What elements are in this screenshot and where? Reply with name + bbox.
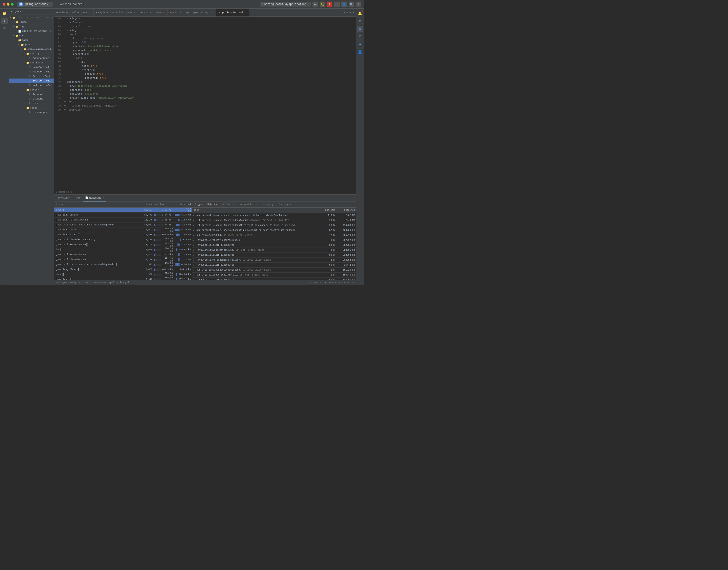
sidebar-item[interactable]: © Account (9, 92, 54, 96)
git-icon[interactable]: ↕ (1, 18, 8, 24)
editor-tab[interactable]: application.yml × (216, 9, 250, 16)
sidebar-item[interactable]: ▾ 📁 java (9, 42, 54, 47)
bottom-tab[interactable]: 📄heapdump× (83, 195, 106, 202)
sidebar-item[interactable]: ▾ 📁 SpringBootStudy ~/Desktop/CS/JavaEE/… (9, 15, 54, 20)
settings-button[interactable]: ⚙ (356, 2, 361, 7)
bottom-tab[interactable]: Profiler (56, 195, 72, 202)
row-arrow[interactable]: ▶ (192, 214, 196, 217)
plugins-icon[interactable]: ⊞ (1, 25, 8, 31)
search-button[interactable]: 🔍 (349, 2, 354, 7)
tab-close-icon[interactable]: × (162, 11, 165, 14)
sidebar-item[interactable]: © PageController (9, 69, 54, 74)
row-arrow[interactable]: ▶ (192, 274, 196, 276)
row-arrow[interactable]: ▶ (192, 224, 196, 227)
right-row[interactable]: ▶ java.time.zone.ZoneRulesProvider, GC R… (192, 258, 356, 263)
sidebar-item[interactable]: © UserMapper (9, 110, 54, 114)
sidebar-item[interactable]: © SwaggerConfiguration (9, 56, 54, 60)
right-row[interactable]: ▶ java.util.zip.ZipFile$Source 80 B 232.… (192, 243, 356, 248)
right-row[interactable]: ▶ sun.util.locale.BaseLocale$Cache, GC R… (192, 268, 356, 273)
sidebar-item[interactable]: © ValidationController (9, 83, 54, 87)
version-control[interactable]: Version control ▾ (60, 2, 86, 6)
run-button[interactable]: ▶ (313, 2, 318, 7)
panel-menu-icon[interactable]: ⋮ (348, 197, 351, 200)
profiler-row[interactable]: java.util.concurrent.ConcurrentHashMap$N… (54, 223, 192, 228)
right-row[interactable]: ▶ java.lang.invoke.MethodType, GC Root: … (192, 248, 356, 253)
sidebar-item[interactable]: © TestController (9, 78, 54, 83)
profiler-row[interactable]: java.lang.Object[] 14,438 806.9 kb 3.65 … (54, 232, 192, 237)
row-arrow[interactable]: ▶ (192, 254, 196, 256)
tab-split-icon[interactable]: ⊞ 1 ∧ ∨ (344, 11, 354, 14)
m-icon[interactable]: m (357, 33, 363, 40)
notifications-icon[interactable]: 🔔 (357, 10, 363, 17)
more-button[interactable]: ⋮ (334, 2, 340, 7)
tab-close-icon[interactable]: × (211, 11, 214, 14)
right-row[interactable]: ▶ org.springframework.beans.factory.supp… (192, 213, 356, 218)
col-class[interactable]: Class (54, 203, 140, 206)
profiler-row[interactable]: java.util.concurrent.ConcurrentHashMap$N… (54, 262, 192, 267)
right-tab[interactable]: Summary (260, 202, 276, 207)
profiler-row[interactable]: java.util.LinkedHashMap$Entry 17,129 685… (54, 237, 192, 242)
sidebar-item[interactable]: ▾ 📁 .idea (9, 20, 54, 24)
editor-tab[interactable]: MainController.java × (54, 9, 94, 16)
close-button[interactable] (3, 3, 5, 6)
bottom-tab-close[interactable]: × (103, 197, 104, 199)
sidebar-item[interactable]: ▾ 📁 entity (9, 87, 54, 92)
row-arrow[interactable]: ▶ (192, 269, 196, 271)
sidebar-item[interactable]: ▾ 📁 main (9, 38, 54, 42)
tab-close-icon[interactable]: × (244, 11, 247, 14)
right-row[interactable]: ▶ sun.nio.cs.GB18030, GC Root: Sticky cl… (192, 233, 356, 238)
bottom-tab[interactable]: Home (72, 195, 83, 202)
right-tab[interactable]: Packages (276, 202, 294, 207)
profiler-row[interactable]: byte[] 89,687 8.98 MB 8.02 MB (54, 208, 192, 213)
sidebar-item[interactable]: ▾ 📁 com.example.springbootstudy (9, 47, 54, 51)
row-arrow[interactable]: ▶ (192, 244, 196, 246)
profiler-row[interactable]: java.lang.reflect.Method 21,146 1.86 MB … (54, 218, 192, 223)
sidebar-dropdown[interactable]: ▾ (22, 10, 24, 13)
code-content[interactable]: springdoc: apl-docs: enabled: true sprin… (62, 17, 356, 190)
profiler-row[interactable]: char[] 358 326.38 kb 326.04 kb (54, 272, 192, 277)
run-config[interactable]: ⚙ SpringBootStudyApplication ▾ (260, 2, 311, 7)
editor-tab[interactable]: pom.xml (SpringBootStudy) × (168, 9, 216, 16)
profiler-row[interactable]: java.lang.String 80,772 1.94 MB 5.76 MB (54, 213, 192, 218)
profiler-row[interactable]: java.lang.Class[] 20,467 468.3 kb 284.3 … (54, 267, 192, 272)
row-arrow[interactable]: ▶ (192, 229, 196, 232)
profiler-row[interactable]: java.lang.Class 12,991 935.35 kb 5.79 MB (54, 228, 192, 232)
sidebar-item[interactable]: 📄 2024-06-12-spring-0.log (9, 29, 54, 33)
col-shallow[interactable]: Shallow ▼ (153, 203, 174, 206)
sidebar-item[interactable]: © MainController (9, 65, 54, 69)
right-row[interactable]: ▶ java.util.zip.ZipFile$Source 80 B 213.… (192, 253, 356, 258)
row-arrow[interactable]: ▶ (192, 219, 196, 222)
maximize-button[interactable] (11, 3, 14, 6)
app-selector[interactable]: SB SpringBootStudy ▾ (17, 2, 53, 7)
right-row[interactable]: ▶ jdk.internal.loader.ClassLoaders$Platf… (192, 223, 356, 228)
breadcrumb-part[interactable]: SpringBootStudy (56, 281, 76, 284)
profiler-row[interactable]: java.lang.Object 17,948 287.17 kb 287.12… (54, 277, 192, 280)
person-icon[interactable]: 👤 (357, 49, 363, 55)
profiler-row[interactable]: java.util.LinkedHashMap 8,789 492.18 kb … (54, 257, 192, 262)
breadcrumb-part[interactable]: application.yml (109, 281, 129, 284)
right-row[interactable]: ▶ java.util.zip.ZipFile$Source 80 B 154.… (192, 263, 356, 268)
right-row[interactable]: ▶ java.util.zip.ZipFile$Source 80 B 145.… (192, 278, 356, 280)
sidebar-item[interactable]: ▾ 📁 log (9, 24, 54, 29)
profiler-row[interactable]: int[] 7,049 674.39 kb 669.88 kb (54, 247, 192, 252)
debug-button[interactable]: 🐛 (320, 2, 325, 7)
account-button[interactable]: 👤 (341, 2, 347, 7)
editor-tab[interactable]: RegisterController.java × (94, 9, 139, 16)
right-tab[interactable]: Biggest Objects (192, 202, 220, 207)
right-tab[interactable]: GC Roots (220, 202, 237, 207)
tab-close-icon[interactable]: × (88, 11, 91, 14)
more-tools-icon[interactable]: ⋯ (1, 277, 8, 283)
row-arrow[interactable]: ▶ (192, 249, 196, 251)
right-tab[interactable]: Merged Paths (237, 202, 260, 207)
breadcrumb-part[interactable]: resources (94, 281, 106, 284)
col-retained[interactable]: Retained (174, 203, 192, 206)
layers-icon[interactable]: ⊟ (357, 18, 363, 24)
breadcrumb-part[interactable]: src (79, 281, 83, 284)
row-arrow[interactable]: ▶ (192, 234, 196, 237)
col-count[interactable]: Count (140, 203, 153, 206)
sidebar-item[interactable]: ▾ 📁 src (9, 33, 54, 38)
right-row[interactable]: ▶ java.util.PropertyResourceBundle 40 B … (192, 238, 356, 243)
editor[interactable]: 1617181920212223242526272829303132333435… (54, 17, 356, 190)
row-arrow[interactable]: ▶ (192, 239, 196, 241)
row-arrow[interactable]: ▶ (192, 259, 196, 261)
